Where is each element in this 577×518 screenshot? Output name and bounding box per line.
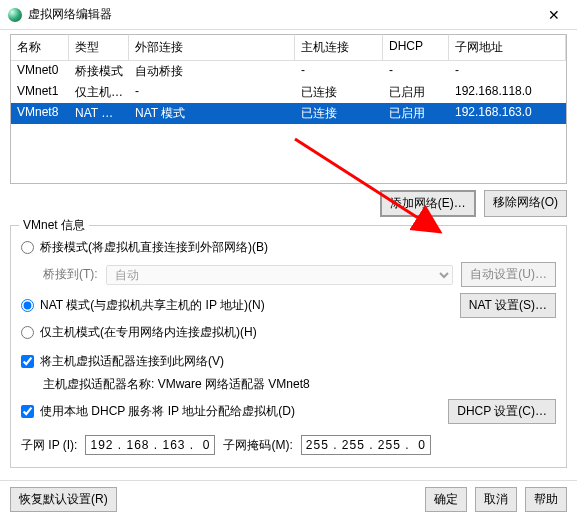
connect-host-checkbox[interactable] [21,355,34,368]
cell-subnet: 192.168.163.0 [449,103,566,124]
hostonly-mode-label: 仅主机模式(在专用网络内连接虚拟机)(H) [40,324,257,341]
app-icon [8,8,22,22]
table-row[interactable]: VMnet8NAT 模式NAT 模式已连接已启用192.168.163.0 [11,103,566,124]
nat-mode-radio[interactable] [21,299,34,312]
cell-name: VMnet8 [11,103,69,124]
cell-host: - [295,61,383,82]
cell-dhcp: 已启用 [383,103,449,124]
connect-host-option[interactable]: 将主机虚拟适配器连接到此网络(V) [21,350,556,373]
nat-mode-label: NAT 模式(与虚拟机共享主机的 IP 地址)(N) [40,297,460,314]
nat-settings-button[interactable]: NAT 设置(S)… [460,293,556,318]
bridge-mode-radio[interactable] [21,241,34,254]
col-subnet[interactable]: 子网地址 [449,34,566,60]
ok-button[interactable]: 确定 [425,487,467,512]
bridge-to-select: 自动 [106,265,454,285]
help-button[interactable]: 帮助 [525,487,567,512]
nat-mode-option[interactable]: NAT 模式(与虚拟机共享主机的 IP 地址)(N) NAT 设置(S)… [21,290,556,321]
cell-dhcp: 已启用 [383,82,449,103]
auto-settings-button: 自动设置(U)… [461,262,556,287]
cancel-button[interactable]: 取消 [475,487,517,512]
cell-dhcp: - [383,61,449,82]
bridge-mode-label: 桥接模式(将虚拟机直接连接到外部网络)(B) [40,239,268,256]
group-title: VMnet 信息 [19,217,89,234]
cell-ext: - [129,82,295,103]
dhcp-settings-button[interactable]: DHCP 设置(C)… [448,399,556,424]
vmnet-info-group: VMnet 信息 桥接模式(将虚拟机直接连接到外部网络)(B) 桥接到(T): … [10,225,567,468]
remove-network-button[interactable]: 移除网络(O) [484,190,567,217]
cell-type: NAT 模式 [69,103,129,124]
dhcp-checkbox[interactable] [21,405,34,418]
dialog-buttons: 恢复默认设置(R) 确定 取消 帮助 [0,480,577,518]
col-ext[interactable]: 外部连接 [129,34,295,60]
cell-name: VMnet0 [11,61,69,82]
cell-name: VMnet1 [11,82,69,103]
network-actions: 添加网络(E)… 移除网络(O) [10,184,567,225]
vmnet-table: 名称 类型 外部连接 主机连接 DHCP 子网地址 VMnet0桥接模式自动桥接… [10,34,567,184]
cell-host: 已连接 [295,103,383,124]
add-network-button[interactable]: 添加网络(E)… [380,190,476,217]
dhcp-option[interactable]: 使用本地 DHCP 服务将 IP 地址分配给虚拟机(D) DHCP 设置(C)… [21,396,556,427]
restore-defaults-button[interactable]: 恢复默认设置(R) [10,487,117,512]
table-row[interactable]: VMnet1仅主机…-已连接已启用192.168.118.0 [11,82,566,103]
subnet-ip-label: 子网 IP (I): [21,437,77,454]
bridge-to-label: 桥接到(T): [43,266,98,283]
cell-subnet: 192.168.118.0 [449,82,566,103]
close-icon[interactable]: ✕ [539,7,569,23]
hostonly-mode-option[interactable]: 仅主机模式(在专用网络内连接虚拟机)(H) [21,321,556,344]
table-row[interactable]: VMnet0桥接模式自动桥接--- [11,61,566,82]
table-header: 名称 类型 外部连接 主机连接 DHCP 子网地址 [11,34,566,61]
subnet-ip-input[interactable] [85,435,215,455]
cell-ext: 自动桥接 [129,61,295,82]
title-bar: 虚拟网络编辑器 ✕ [0,0,577,30]
subnet-mask-label: 子网掩码(M): [223,437,292,454]
cell-type: 仅主机… [69,82,129,103]
cell-ext: NAT 模式 [129,103,295,124]
adapter-name-label: 主机虚拟适配器名称: VMware 网络适配器 VMnet8 [43,376,310,393]
cell-type: 桥接模式 [69,61,129,82]
col-host[interactable]: 主机连接 [295,34,383,60]
connect-host-label: 将主机虚拟适配器连接到此网络(V) [40,353,224,370]
cell-host: 已连接 [295,82,383,103]
subnet-mask-input[interactable] [301,435,431,455]
dhcp-label: 使用本地 DHCP 服务将 IP 地址分配给虚拟机(D) [40,403,448,420]
col-name[interactable]: 名称 [11,34,69,60]
window-title: 虚拟网络编辑器 [28,6,539,23]
hostonly-mode-radio[interactable] [21,326,34,339]
col-dhcp[interactable]: DHCP [383,34,449,60]
bridge-mode-option[interactable]: 桥接模式(将虚拟机直接连接到外部网络)(B) [21,236,556,259]
col-type[interactable]: 类型 [69,34,129,60]
cell-subnet: - [449,61,566,82]
